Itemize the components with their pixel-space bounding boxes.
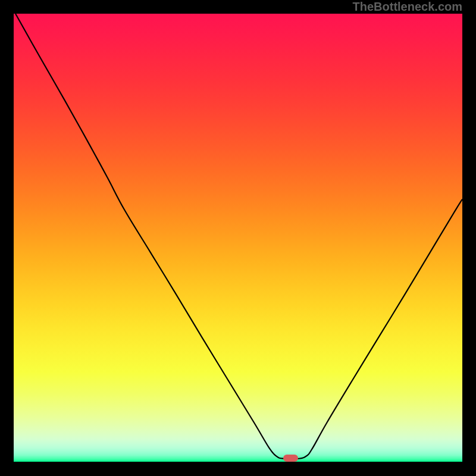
watermark-text: TheBottleneck.com — [353, 0, 462, 14]
chart-svg — [14, 14, 462, 462]
plot-area — [14, 14, 462, 462]
bottleneck-curve — [15, 14, 462, 459]
optimal-point-marker — [283, 455, 298, 462]
gradient-background — [14, 14, 462, 462]
chart-frame: TheBottleneck.com — [0, 0, 476, 476]
